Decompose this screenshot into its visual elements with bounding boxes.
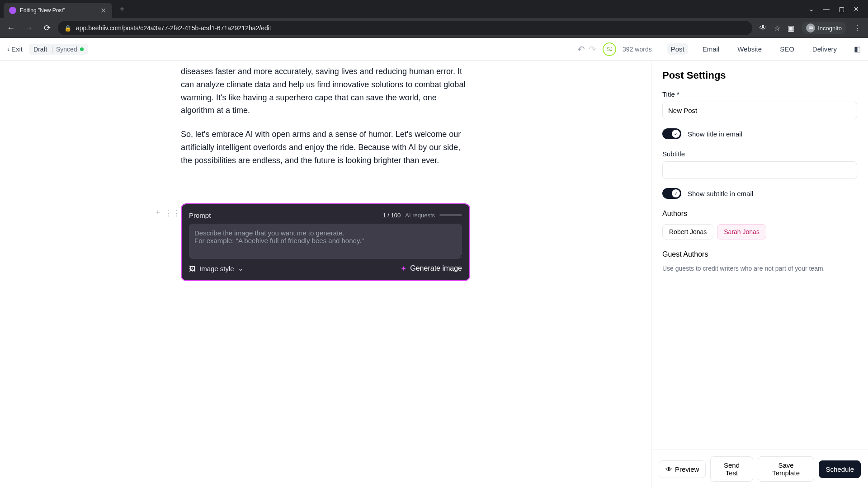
image-icon: 🖼 [189, 265, 196, 272]
generate-image-button[interactable]: ✦ Generate image [401, 264, 462, 273]
ai-requests-label: AI requests [405, 212, 435, 219]
app-top-bar: ‹ Exit Draft | Synced ↶ ↷ SJ 392 words P… [0, 38, 868, 61]
paragraph[interactable]: diseases faster and more accurately, sav… [181, 65, 470, 117]
drag-handle-icon[interactable]: ⋮⋮ [164, 208, 180, 218]
undo-button[interactable]: ↶ [577, 44, 585, 55]
browser-tab-bar: Editing "New Post" ✕ + ⌄ ― ▢ ✕ [0, 0, 868, 18]
guest-authors-label: Guest Authors [662, 250, 857, 258]
show-title-label: Show title in email [688, 130, 742, 138]
schedule-label: Schedule [826, 465, 854, 473]
close-window-icon[interactable]: ✕ [854, 5, 859, 13]
forward-button[interactable]: → [22, 21, 36, 35]
tab-website[interactable]: Website [734, 43, 765, 55]
browser-tab[interactable]: Editing "New Post" ✕ [4, 3, 112, 18]
save-template-label: Save Template [764, 461, 808, 477]
ai-usage-bar [439, 214, 462, 216]
star-icon[interactable]: ☆ [774, 24, 780, 33]
chevron-left-icon: ‹ [7, 45, 9, 53]
incognito-badge[interactable]: 🕶 Incognito [802, 22, 846, 34]
incognito-label: Incognito [818, 25, 842, 32]
author-tag[interactable]: Sarah Jonas [717, 224, 766, 239]
tab-seo[interactable]: SEO [776, 43, 798, 55]
schedule-button[interactable]: Schedule [819, 460, 861, 478]
author-tag[interactable]: Robert Jonas [662, 224, 713, 239]
eye-off-icon[interactable]: 👁 [760, 24, 767, 32]
minimize-icon[interactable]: ― [823, 5, 830, 13]
save-template-button[interactable]: Save Template [758, 456, 815, 482]
subtitle-label: Subtitle [662, 150, 857, 158]
tab-title: Editing "New Post" [20, 7, 96, 14]
add-block-button[interactable]: + [156, 208, 160, 218]
paragraph[interactable]: So, let's embrace AI with open arms and … [181, 128, 470, 167]
exit-label: Exit [11, 45, 23, 53]
tab-delivery[interactable]: Delivery [809, 43, 840, 55]
title-input[interactable] [662, 102, 857, 119]
redo-button[interactable]: ↷ [589, 44, 596, 55]
url-text: app.beehiiv.com/posts/c24a3a77-2fe2-415b… [76, 24, 271, 32]
image-style-dropdown[interactable]: 🖼 Image style ⌄ [189, 264, 244, 272]
sidebar-heading: Post Settings [662, 70, 857, 81]
sync-dot-icon [80, 47, 84, 51]
avatar[interactable]: SJ [603, 42, 616, 56]
check-icon: ✓ [672, 189, 680, 197]
subtitle-input[interactable] [662, 161, 857, 179]
close-tab-icon[interactable]: ✕ [99, 7, 107, 14]
send-test-button[interactable]: Send Test [710, 456, 753, 482]
lock-icon: 🔒 [64, 25, 71, 32]
send-test-label: Send Test [717, 461, 746, 477]
word-count: 392 words [623, 46, 652, 53]
chevron-down-icon[interactable]: ⌄ [809, 5, 814, 13]
preview-button[interactable]: 👁 Preview [659, 460, 706, 478]
url-field[interactable]: 🔒 app.beehiiv.com/posts/c24a3a77-2fe2-41… [58, 21, 752, 35]
panel-icon[interactable]: ▣ [788, 24, 794, 33]
synced-label: Synced [56, 46, 77, 53]
check-icon: ✓ [672, 130, 680, 138]
show-subtitle-toggle[interactable]: ✓ [662, 188, 681, 199]
exit-button[interactable]: ‹ Exit [7, 45, 23, 53]
favicon-icon [9, 7, 16, 14]
kebab-menu-icon[interactable]: ⋮ [854, 24, 861, 33]
generate-label: Generate image [410, 264, 462, 272]
prompt-input[interactable] [189, 224, 462, 259]
prompt-label: Prompt [189, 211, 211, 219]
sparkle-icon: ✦ [401, 264, 406, 273]
title-label: Title * [662, 90, 857, 98]
image-style-label: Image style [199, 265, 234, 272]
settings-sidebar: Post Settings Title * ✓ Show title in em… [651, 61, 868, 488]
tab-email[interactable]: Email [699, 43, 723, 55]
show-title-toggle[interactable]: ✓ [662, 128, 681, 139]
avatar-initials: SJ [606, 46, 613, 52]
address-bar: ← → ⟳ 🔒 app.beehiiv.com/posts/c24a3a77-2… [0, 18, 868, 38]
chevron-down-icon: ⌄ [238, 264, 244, 272]
sidebar-footer: 👁 Preview Send Test Save Template Schedu… [651, 450, 868, 488]
incognito-icon: 🕶 [806, 23, 815, 33]
reload-button[interactable]: ⟳ [40, 21, 54, 35]
ai-request-counter: 1 / 100 [382, 212, 401, 219]
draft-label: Draft [33, 46, 47, 53]
ai-image-prompt-block: Prompt 1 / 100 AI requests 🖼 Image style… [181, 203, 470, 281]
maximize-icon[interactable]: ▢ [839, 5, 844, 13]
app-tabs: Post Email Website SEO Delivery [667, 43, 840, 55]
guest-authors-hint: Use guests to credit writers who are not… [662, 265, 857, 272]
show-subtitle-label: Show subtitle in email [688, 190, 753, 197]
eye-icon: 👁 [665, 465, 672, 473]
window-controls: ⌄ ― ▢ ✕ [809, 5, 864, 13]
authors-label: Authors [662, 210, 857, 218]
draft-status: Draft | Synced [29, 44, 88, 55]
editor-area[interactable]: diseases faster and more accurately, sav… [0, 61, 651, 488]
back-button[interactable]: ← [4, 21, 18, 35]
sidebar-toggle-icon[interactable]: ◧ [854, 45, 861, 53]
new-tab-button[interactable]: + [116, 3, 128, 15]
tab-post[interactable]: Post [667, 43, 688, 55]
preview-label: Preview [675, 465, 699, 473]
